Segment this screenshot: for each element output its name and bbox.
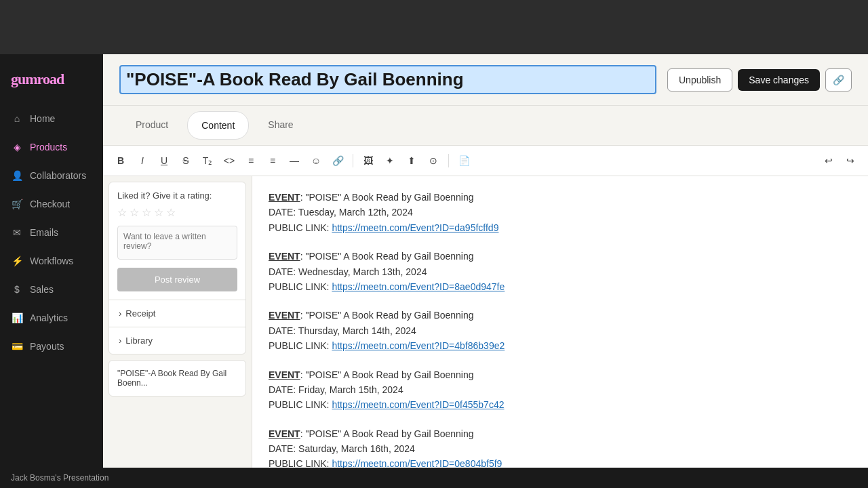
save-changes-button[interactable]: Save changes — [738, 69, 820, 91]
event-entry: EVENT: "POISE" A Book Read by Gail Boenn… — [269, 308, 852, 353]
emoji-button[interactable]: ☺ — [307, 151, 326, 170]
content-panel[interactable]: EVENT: "POISE" A Book Read by Gail Boenn… — [252, 176, 868, 468]
sidebar-item-products[interactable]: ◈ Products — [0, 133, 103, 161]
event-entry: EVENT: "POISE" A Book Read by Gail Boenn… — [269, 426, 852, 468]
page-title-input[interactable] — [119, 65, 656, 94]
library-label: Library — [125, 336, 153, 346]
collaborators-icon: 👤 — [11, 169, 23, 182]
sidebar-item-payouts[interactable]: 💳 Payouts — [0, 332, 103, 361]
content-area: Unpublish Save changes 🔗 Product Content… — [103, 54, 868, 468]
receipt-label: Receipt — [125, 308, 155, 319]
sidebar-item-home[interactable]: ⌂ Home — [0, 104, 103, 133]
hyperlink-button[interactable]: 🔗 — [328, 151, 347, 170]
bold-button[interactable]: B — [111, 151, 130, 170]
sales-icon: $ — [11, 283, 23, 296]
tab-share[interactable]: Share — [254, 111, 307, 140]
event-entry: EVENT: "POISE" A Book Read by Gail Boenn… — [269, 249, 852, 294]
event-entry: EVENT: "POISE" A Book Read by Gail Boenn… — [269, 367, 852, 413]
editor-toolbar: B I U S T₂ <> ≡ ≡ — ☺ 🔗 🖼 ✦ ⬆ ⊙ 📄 ↩ ↪ — [103, 146, 868, 176]
sidebar-item-checkout[interactable]: 🛒 Checkout — [0, 190, 103, 218]
review-textarea[interactable] — [117, 226, 237, 260]
rating-widget: Liked it? Give it a rating: ☆ ☆ ☆ ☆ ☆ Po… — [108, 182, 246, 354]
product-preview-widget: "POISE"-A Book Read By Gail Boenn... — [108, 360, 246, 396]
workflows-icon: ⚡ — [11, 255, 23, 267]
sparkle-button[interactable]: ✦ — [380, 151, 399, 170]
event-label: EVENT — [269, 192, 300, 203]
emails-icon: ✉ — [11, 226, 23, 239]
event-link[interactable]: https://meetn.com/Event?ID=8ae0d947fe — [332, 281, 505, 292]
ordered-list-button[interactable]: ≡ — [263, 151, 282, 170]
product-preview-title: "POISE"-A Book Read By Gail Boenn... — [117, 369, 237, 388]
event-label: EVENT — [269, 251, 300, 262]
star-5[interactable]: ☆ — [166, 206, 176, 219]
sidebar-item-emails[interactable]: ✉ Emails — [0, 218, 103, 247]
sidebar: gumroad ⌂ Home ◈ Products 👤 Collaborator… — [0, 54, 103, 468]
sidebar-item-label: Payouts — [30, 341, 64, 352]
undo-button[interactable]: ↩ — [819, 151, 838, 170]
image-button[interactable]: 🖼 — [359, 151, 378, 170]
sidebar-item-label: Analytics — [30, 312, 68, 323]
page-header: Unpublish Save changes 🔗 — [103, 54, 868, 106]
tabs-bar: Product Content Share — [103, 106, 868, 146]
logo: gumroad — [0, 65, 103, 104]
star-1[interactable]: ☆ — [117, 206, 127, 219]
star-4[interactable]: ☆ — [154, 206, 163, 219]
sidebar-item-label: Products — [30, 142, 67, 152]
italic-button[interactable]: I — [133, 151, 152, 170]
code-button[interactable]: <> — [220, 151, 239, 170]
underline-button[interactable]: U — [155, 151, 174, 170]
editor-body: Liked it? Give it a rating: ☆ ☆ ☆ ☆ ☆ Po… — [103, 176, 868, 468]
sidebar-item-label: Sales — [30, 284, 54, 295]
sidebar-item-label: Checkout — [30, 199, 70, 209]
link-button[interactable]: 🔗 — [825, 68, 852, 92]
event-label: EVENT — [269, 310, 300, 321]
sidebar-item-analytics[interactable]: 📊 Analytics — [0, 304, 103, 332]
sidebar-item-label: Emails — [30, 227, 58, 238]
receipt-accordion[interactable]: › Receipt — [109, 300, 245, 327]
circle-button[interactable]: ⊙ — [424, 151, 443, 170]
tab-product[interactable]: Product — [122, 111, 182, 140]
payouts-icon: 💳 — [11, 340, 23, 352]
rating-title: Liked it? Give it a rating: — [117, 190, 237, 201]
top-bar — [0, 0, 868, 54]
library-accordion[interactable]: › Library — [109, 327, 245, 354]
event-entry: EVENT: "POISE" A Book Read by Gail Boenn… — [269, 190, 852, 235]
document-button[interactable]: 📄 — [454, 151, 473, 170]
toolbar-separator-1 — [353, 154, 353, 167]
toolbar-separator-2 — [448, 154, 449, 167]
checkout-icon: 🛒 — [11, 198, 23, 210]
superscript-button[interactable]: T₂ — [198, 151, 217, 170]
strikethrough-button[interactable]: S — [176, 151, 195, 170]
link-icon: 🔗 — [833, 75, 844, 85]
sidebar-item-workflows[interactable]: ⚡ Workflows — [0, 247, 103, 275]
event-link[interactable]: https://meetn.com/Event?ID=da95fcffd9 — [332, 222, 498, 233]
unpublish-button[interactable]: Unpublish — [667, 68, 732, 92]
event-link[interactable]: https://meetn.com/Event?ID=0f455b7c42 — [332, 399, 504, 410]
upload-button[interactable]: ⬆ — [402, 151, 421, 170]
chevron-right-icon-2: › — [119, 336, 121, 346]
analytics-icon: 📊 — [11, 312, 23, 324]
event-link[interactable]: https://meetn.com/Event?ID=4bf86b39e2 — [332, 340, 505, 351]
sidebar-item-sales[interactable]: $ Sales — [0, 275, 103, 304]
redo-button[interactable]: ↪ — [841, 151, 860, 170]
bottom-bar-label: Jack Bosma's Presentation — [11, 473, 108, 483]
event-link[interactable]: https://meetn.com/Event?ID=0e804bf5f9 — [332, 458, 502, 468]
tab-content[interactable]: Content — [187, 111, 249, 140]
list-button[interactable]: ≡ — [241, 151, 260, 170]
divider-button[interactable]: — — [285, 151, 304, 170]
main-area: gumroad ⌂ Home ◈ Products 👤 Collaborator… — [0, 54, 868, 468]
sidebar-item-collaborators[interactable]: 👤 Collaborators — [0, 161, 103, 190]
preview-panel: Liked it? Give it a rating: ☆ ☆ ☆ ☆ ☆ Po… — [103, 176, 252, 468]
post-review-button[interactable]: Post review — [117, 268, 237, 291]
sidebar-nav: ⌂ Home ◈ Products 👤 Collaborators 🛒 Chec… — [0, 104, 103, 457]
home-icon: ⌂ — [11, 113, 23, 125]
bottom-bar: Jack Bosma's Presentation — [0, 468, 868, 488]
rating-widget-content: Liked it? Give it a rating: ☆ ☆ ☆ ☆ ☆ Po… — [109, 182, 245, 300]
sidebar-item-label: Home — [30, 113, 55, 124]
products-icon: ◈ — [11, 141, 23, 153]
star-3[interactable]: ☆ — [142, 206, 151, 219]
sidebar-item-label: Workflows — [30, 256, 73, 266]
stars-row: ☆ ☆ ☆ ☆ ☆ — [117, 206, 237, 219]
star-2[interactable]: ☆ — [130, 206, 139, 219]
sidebar-item-label: Collaborators — [30, 170, 86, 181]
